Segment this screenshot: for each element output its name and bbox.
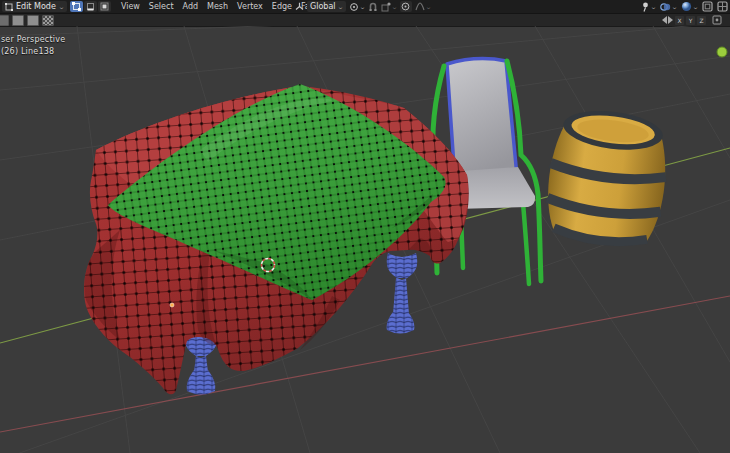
active-object-label: (26) Line138	[1, 47, 54, 56]
mirror-options: X Y Z	[662, 15, 722, 25]
mirror-y-button[interactable]: Y	[686, 16, 695, 25]
snap-target-icon	[381, 2, 391, 12]
menu-vertex[interactable]: Vertex	[237, 0, 263, 13]
tool-option-icon-2[interactable]	[12, 15, 24, 26]
orientation-label: Global	[310, 0, 336, 13]
chevron-down-icon: ⌄	[391, 0, 398, 13]
view-perspective-label: ser Perspective	[1, 35, 65, 44]
tool-option-icon-4[interactable]	[42, 15, 54, 26]
chevron-down-icon: ⌄	[692, 0, 699, 13]
tool-option-icon-3[interactable]	[27, 15, 39, 26]
viewport-header: Edit Mode ⌄	[0, 0, 730, 14]
menu-add[interactable]: Add	[183, 0, 199, 13]
mirror-x-button[interactable]: X	[675, 16, 684, 25]
xray-toggle-icon[interactable]	[702, 1, 713, 12]
orientation-axes-icon	[295, 2, 304, 11]
chevron-down-icon: ⌄	[425, 0, 432, 13]
pivot-dropdown[interactable]: ⌄	[349, 0, 365, 13]
light-ball[interactable]	[717, 47, 727, 57]
falloff-dropdown[interactable]: ⌄	[415, 0, 431, 13]
edge-select-button[interactable]	[84, 1, 97, 12]
orientation-dropdown[interactable]: Global ⌄	[307, 1, 346, 12]
editmode-icon	[5, 3, 13, 11]
face-select-button[interactable]	[98, 1, 111, 12]
tool-option-icons	[0, 15, 54, 26]
menu-edge[interactable]: Edge	[272, 0, 292, 13]
overlays-icon	[660, 2, 671, 12]
proportional-edit-icon	[401, 2, 410, 11]
transform-snap-cluster: Global ⌄ ⌄ ⌄	[295, 0, 431, 13]
chevron-down-icon: ⌄	[671, 0, 678, 13]
snap-magnet-icon[interactable]	[368, 2, 378, 12]
menu-view[interactable]: View	[121, 0, 140, 13]
table-leg-front-right	[387, 253, 418, 334]
chevron-down-icon: ⌄	[58, 0, 65, 13]
falloff-curve-icon	[415, 2, 425, 11]
chevron-down-icon: ⌄	[359, 0, 366, 13]
pivot-point-icon	[349, 2, 359, 12]
tool-option-icon-1[interactable]	[0, 15, 9, 26]
shading-sphere-icon	[681, 1, 692, 12]
mode-dropdown[interactable]: Edit Mode ⌄	[2, 1, 67, 12]
menu-select[interactable]: Select	[149, 0, 174, 13]
face-select-icon	[100, 2, 109, 11]
vertex-select-button[interactable]	[70, 1, 83, 12]
show-overlays-dropdown[interactable]: ⌄	[660, 0, 677, 13]
menu-mesh[interactable]: Mesh	[207, 0, 228, 13]
blender-window: Edit Mode ⌄	[0, 0, 730, 453]
barrel-object[interactable]	[542, 105, 673, 250]
mirror-z-button[interactable]: Z	[697, 16, 706, 25]
edge-select-icon	[86, 2, 95, 11]
3d-viewport[interactable]	[0, 26, 730, 453]
show-gizmo-dropdown[interactable]: ⌄	[641, 0, 656, 13]
vertex-select-icon	[72, 2, 81, 11]
wireframe-shading-icon[interactable]	[717, 1, 728, 12]
chevron-down-icon: ⌄	[650, 0, 657, 13]
mirror-icon	[662, 16, 673, 24]
select-mode-buttons	[70, 1, 111, 12]
mode-label: Edit Mode	[16, 0, 56, 13]
chevron-down-icon: ⌄	[337, 0, 344, 13]
viewport-display-cluster: ⌄ ⌄ ⌄	[641, 0, 728, 13]
origin-dot	[170, 303, 174, 307]
symmetry-snap-icon[interactable]	[712, 15, 722, 25]
proportional-edit-button[interactable]	[400, 1, 412, 12]
gizmo-pin-icon	[641, 2, 650, 12]
snap-target-dropdown[interactable]: ⌄	[381, 0, 397, 13]
shading-solid-dropdown[interactable]: ⌄	[681, 0, 698, 13]
